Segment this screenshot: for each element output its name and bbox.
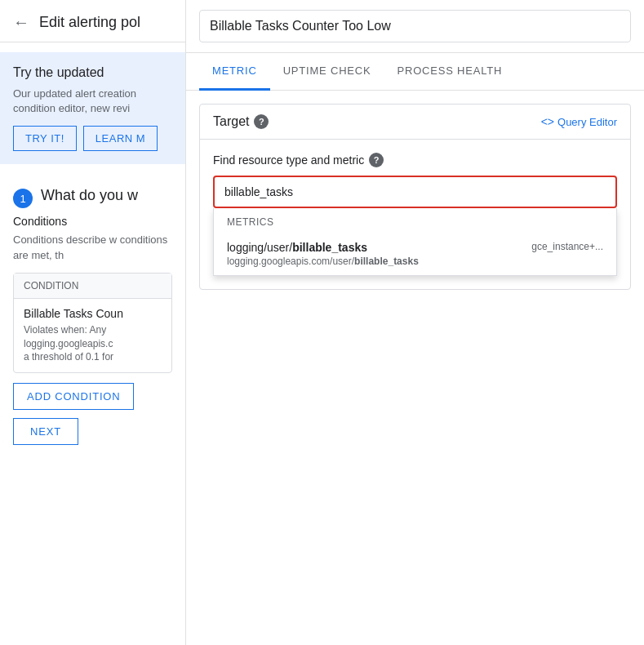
metric-search-input[interactable] [213,176,617,208]
condition-detail-1: Violates when: Any [24,323,162,337]
add-condition-button[interactable]: ADD CONDITION [13,383,134,410]
dropdown-item-right: gce_instance+... [531,241,603,252]
dropdown-item-billable-tasks[interactable]: logging/user/billable_tasks logging.goog… [214,233,616,275]
dropdown-item-metric: logging/user/billable_tasks [227,241,525,254]
condition-card-body: Billable Tasks Coun Violates when: Any l… [14,299,171,372]
modal-content: Target ? <> Query Editor Find resource t… [186,91,644,645]
find-resource-help-icon[interactable]: ? [369,153,384,167]
next-button[interactable]: NEXT [13,418,78,445]
find-resource-section: Find resource type and metric ? Metrics … [200,140,630,289]
condition-name: Billable Tasks Coun [24,307,162,320]
path-bold: billable_tasks [354,256,419,267]
panel-header: ← Edit alerting pol [0,0,185,42]
find-resource-text: Find resource type and metric [213,153,364,167]
back-button[interactable]: ← [13,13,29,32]
step-section: 1 What do you w Conditions Conditions de… [0,174,185,458]
condition-details: Violates when: Any logging.googleapis.c … [24,323,162,364]
target-help-icon[interactable]: ? [254,114,269,129]
query-editor-link[interactable]: <> Query Editor [541,115,617,128]
alert-policy-name-input[interactable] [199,10,631,42]
metric-prefix: logging/user/ [227,241,292,254]
try-updated-buttons: TRY IT! LEARN M [13,126,172,151]
dropdown-item-path: logging.googleapis.com/user/billable_tas… [227,256,525,267]
try-updated-title: Try the updated [13,65,172,80]
try-it-button[interactable]: TRY IT! [13,126,77,151]
modal-panel: METRIC UPTIME CHECK PROCESS HEALTH Targe… [186,0,644,645]
learn-more-button[interactable]: LEARN M [83,126,158,151]
tab-uptime-check[interactable]: UPTIME CHECK [270,53,384,91]
condition-detail-3: a threshold of 0.1 for [24,350,162,364]
target-title-text: Target [213,114,249,129]
panel-title: Edit alerting pol [39,14,140,31]
try-updated-section: Try the updated Our updated alert creati… [0,52,185,164]
query-editor-code-icon: <> [541,115,554,128]
path-prefix: logging.googleapis.com/user/ [227,256,354,267]
step-header: 1 What do you w [13,187,172,208]
modal-title-area [186,0,644,53]
target-card: Target ? <> Query Editor Find resource t… [199,104,631,290]
step-desc: Conditions describe w conditions are met… [13,233,172,262]
left-panel: ← Edit alerting pol Try the updated Our … [0,0,186,645]
try-updated-desc: Our updated alert creation condition edi… [13,87,172,116]
tab-process-health[interactable]: PROCESS HEALTH [384,53,515,91]
condition-card-header: Condition [14,274,171,299]
step-title: What do you w [41,187,138,204]
search-input-wrapper [213,176,617,208]
tab-metric[interactable]: METRIC [199,53,270,91]
target-title: Target ? [213,114,269,129]
query-editor-label: Query Editor [557,116,617,128]
metric-bold: billable_tasks [292,241,367,254]
condition-detail-2: logging.googleapis.c [24,337,162,351]
condition-card: Condition Billable Tasks Coun Violates w… [13,273,172,373]
step-number: 1 [13,189,33,208]
dropdown-section-label: Metrics [214,208,616,233]
target-card-header: Target ? <> Query Editor [200,105,630,140]
metric-dropdown: Metrics logging/user/billable_tasks logg… [213,208,617,276]
modal-tabs: METRIC UPTIME CHECK PROCESS HEALTH [186,53,644,91]
find-resource-label: Find resource type and metric ? [213,153,617,167]
step-subtitle: Conditions [13,215,172,228]
dropdown-item-left: logging/user/billable_tasks logging.goog… [227,241,525,267]
